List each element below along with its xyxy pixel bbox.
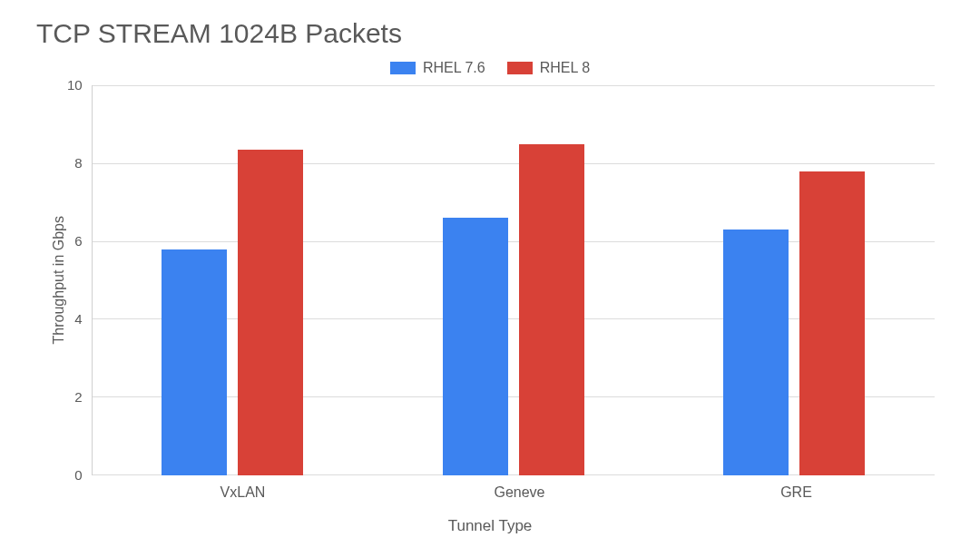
bar-series1-cat2 <box>799 171 865 475</box>
legend-swatch-1 <box>507 62 533 74</box>
x-tick: GRE <box>658 484 935 501</box>
bar-series0-cat2 <box>723 230 789 475</box>
bar-series1-cat1 <box>519 144 584 476</box>
x-tick: Geneve <box>381 484 658 501</box>
y-axis-label: Throughput in Gbps <box>45 216 67 344</box>
x-axis-label: Tunnel Type <box>27 517 953 535</box>
bars <box>93 85 935 475</box>
legend-item-series-0: RHEL 7.6 <box>390 60 485 76</box>
legend: RHEL 7.6 RHEL 8 <box>27 60 953 76</box>
x-axis-ticks: VxLAN Geneve GRE <box>104 484 935 501</box>
y-axis-ticks: 10 8 6 4 2 0 <box>67 85 92 475</box>
chart-plot-area: Throughput in Gbps 10 8 6 4 2 0 <box>45 85 935 475</box>
x-tick: VxLAN <box>104 484 381 501</box>
bar-series0-cat1 <box>443 218 508 475</box>
bar-group-gre <box>654 85 935 475</box>
bar-group-vxlan <box>93 85 373 475</box>
legend-label-1: RHEL 8 <box>540 60 590 76</box>
legend-item-series-1: RHEL 8 <box>507 60 590 76</box>
legend-label-0: RHEL 7.6 <box>423 60 485 76</box>
bar-series1-cat0 <box>238 150 303 475</box>
bar-series0-cat0 <box>162 249 227 475</box>
legend-swatch-0 <box>390 62 416 74</box>
bar-group-geneve <box>373 85 653 475</box>
chart-title: TCP STREAM 1024B Packets <box>36 18 953 49</box>
plot <box>92 85 935 475</box>
